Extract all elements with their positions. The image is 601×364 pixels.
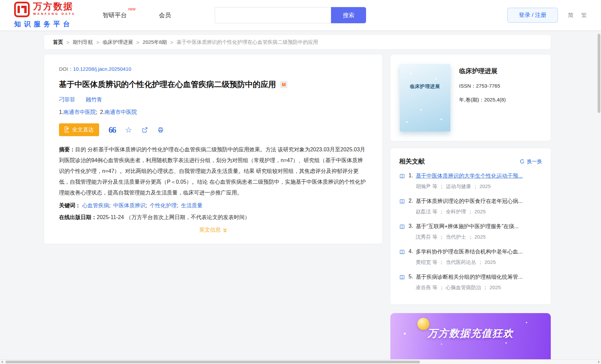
meta-separator: ； (439, 284, 444, 290)
keyword-link[interactable]: 个性化护理 (150, 203, 177, 208)
page: 万方数据 WANFANG DATA 知识服务平台 智研平台 new 会员 搜索 … (0, 0, 601, 364)
journal-issn: ISSN：2753-7765 (459, 83, 506, 89)
metrics-badge[interactable]: M (280, 81, 288, 88)
breadcrumb-issue[interactable]: 2025年8期 (143, 39, 167, 46)
english-info-toggle[interactable]: 英文信息 (59, 226, 367, 234)
meta-separator: ； (439, 234, 444, 240)
journal-name[interactable]: 临床护理进展 (459, 67, 506, 75)
horizontal-scrollbar-thumb[interactable] (5, 361, 420, 363)
related-item-source: 运动与健康 (446, 183, 471, 189)
refresh-label: 换一换 (527, 158, 542, 165)
related-item-title[interactable]: 基于“互联网+辨体施护中医护理服务”在痰... (416, 223, 542, 230)
keyword-separator: ; (109, 203, 110, 208)
doi-line: DOI：10.12208/j.jacn.20250410 (59, 66, 367, 72)
print-icon[interactable] (157, 127, 164, 133)
meta-separator: ； (473, 183, 478, 189)
brand-name-cn: 万方数据 (33, 2, 76, 11)
related-item-authors: 沈秀芬 等 (416, 234, 437, 240)
nav-item-member[interactable]: 会员 (159, 11, 171, 19)
related-item-source: 心脑血管病防治 (446, 284, 481, 290)
meta-separator: ； (439, 183, 444, 189)
related-item-year: 2025 (485, 259, 496, 265)
fulltext-download-icon: free (64, 126, 69, 133)
doi-link[interactable]: 10.12208/j.jacn.20250410 (73, 66, 131, 72)
breadcrumb-journal-nav[interactable]: 期刊导航 (73, 39, 93, 46)
cite-icon[interactable]: 66 (109, 126, 116, 134)
volume-value: 2025,4(8) (484, 97, 506, 102)
language-toggle: 简 繁 (568, 11, 587, 19)
journal-volume: 年,卷(期)：2025,4(8) (459, 97, 506, 103)
search-button[interactable]: 搜索 (331, 7, 366, 23)
breadcrumb-separator: > (66, 39, 69, 45)
share-icon[interactable] (142, 127, 148, 133)
affiliation-link[interactable]: 南通市中医院 (63, 109, 96, 115)
related-item-title[interactable]: 基于体质辨识理论的中医食疗在老年冠心病... (416, 198, 542, 205)
brand-name-en: WANFANG DATA (33, 12, 76, 16)
fulltext-free-label: free (64, 131, 69, 133)
related-item-title[interactable]: 基于疾病诊断相关分组的护理精细化统筹管... (416, 274, 542, 281)
keyword-link[interactable]: 生活质量 (181, 203, 203, 208)
keyword-link[interactable]: 中医体质辨识 (113, 203, 146, 208)
related-literature-card: 相关文献 换一换 1. 基于中医 (390, 148, 551, 304)
refresh-related-button[interactable]: 换一换 (519, 158, 542, 165)
author-link[interactable]: 顾竹青 (86, 96, 102, 103)
related-item-year: 2025 (475, 234, 486, 240)
vertical-scrollbar-thumb[interactable] (598, 34, 600, 113)
search-input[interactable] (215, 7, 331, 23)
abstract-text: 目的 分析基于中医体质辨识的个性化护理在心血管疾病二级预防中的应用效果。方法 该… (59, 147, 366, 195)
related-item-source: 全科护理 (446, 209, 466, 214)
journal-cover[interactable]: 临床护理进展 (400, 64, 450, 131)
keyword-separator: ; (177, 203, 178, 208)
book-icon (399, 199, 405, 215)
breadcrumb-separator: > (96, 39, 99, 45)
keyword-link[interactable]: 心血管疾病 (82, 203, 109, 208)
sidebar: 临床护理进展 临床护理进展 ISSN：2753-7765 年,卷(期)：2025… (390, 55, 551, 364)
login-register-button[interactable]: 登录 / 注册 (507, 8, 558, 23)
related-item-year: 2025 (475, 209, 486, 214)
keywords-section: 关键词： 心血管疾病;中医体质辨识;个性化护理;生活质量 (59, 202, 367, 209)
meta-separator: ； (439, 209, 444, 214)
abstract-section: 摘要：目的 分析基于中医体质辨识的个性化护理在心血管疾病二级预防中的应用效果。方… (59, 144, 367, 198)
abstract-label: 摘要： (59, 147, 75, 152)
fulltext-access-button[interactable]: free 全文直达 (59, 123, 99, 136)
affiliation-separator: ; (96, 109, 97, 115)
related-item-number: 2. (409, 198, 413, 215)
related-item-source: 当代护士 (446, 234, 466, 240)
related-item-meta: 黄绍宽 等；当代医药论丛；2025 (416, 259, 542, 266)
related-item: 5. 基于疾病诊断相关分组的护理精细化统筹管... 凌谷燕 等；心脑血管病防治；… (399, 274, 542, 291)
breadcrumb-separator: > (170, 39, 173, 45)
related-item-number: 4. (409, 248, 413, 266)
book-icon (399, 274, 405, 291)
issn-label: ISSN： (459, 83, 476, 89)
recharge-promo-banner[interactable]: 万方数据充值狂欢 (390, 313, 551, 364)
lang-simplified[interactable]: 简 (568, 11, 574, 19)
fulltext-button-label: 全文直达 (72, 126, 94, 133)
related-item-source: 当代医药论丛 (446, 259, 476, 265)
related-item-meta: 胡瀚尹 等；运动与健康；2025 (416, 183, 542, 190)
wanfang-logo[interactable]: 万方数据 WANFANG DATA 知识服务平台 (14, 2, 76, 29)
issn-value: 2753-7765 (476, 83, 500, 89)
related-item: 2. 基于体质辨识理论的中医食疗在老年冠心病... 赵磊洁 等；全科护理；202… (399, 198, 542, 215)
scroll-left-arrow[interactable] (1, 361, 3, 363)
related-item-title[interactable]: 多学科协作护理在医养结合机构中老年心血... (416, 248, 542, 255)
favorite-star-icon[interactable]: ☆ (125, 126, 132, 134)
book-icon (399, 224, 405, 240)
sparkle-decoration (526, 322, 527, 323)
related-item-title[interactable]: 基于中医体质辨识的大学生个性化运动干预... (416, 173, 542, 180)
affiliation-prefix: 1. (59, 109, 63, 115)
new-badge: new (128, 7, 136, 11)
horizontal-scrollbar[interactable] (0, 359, 601, 364)
breadcrumb-journal[interactable]: 临床护理进展 (103, 39, 133, 46)
related-item-year: 2025 (480, 183, 491, 189)
affiliation-link[interactable]: 南通市中医院 (104, 109, 137, 115)
article-actions: free 全文直达 66 ☆ (59, 123, 367, 136)
scroll-right-arrow[interactable] (598, 361, 600, 363)
lang-traditional[interactable]: 繁 (581, 11, 587, 19)
related-item-meta: 赵磊洁 等；全科护理；2025 (416, 209, 542, 215)
related-item: 3. 基于“互联网+辨体施护中医护理服务”在痰... 沈秀芬 等；当代护士；20… (399, 223, 542, 240)
meta-separator: ； (439, 259, 444, 265)
pubdate-label: 在线出版日期： (59, 214, 97, 220)
breadcrumb-home[interactable]: 首页 (53, 39, 63, 46)
nav-item-zhiyan[interactable]: 智研平台 new (102, 11, 127, 19)
author-link[interactable]: 刁菲菲 (59, 96, 75, 103)
